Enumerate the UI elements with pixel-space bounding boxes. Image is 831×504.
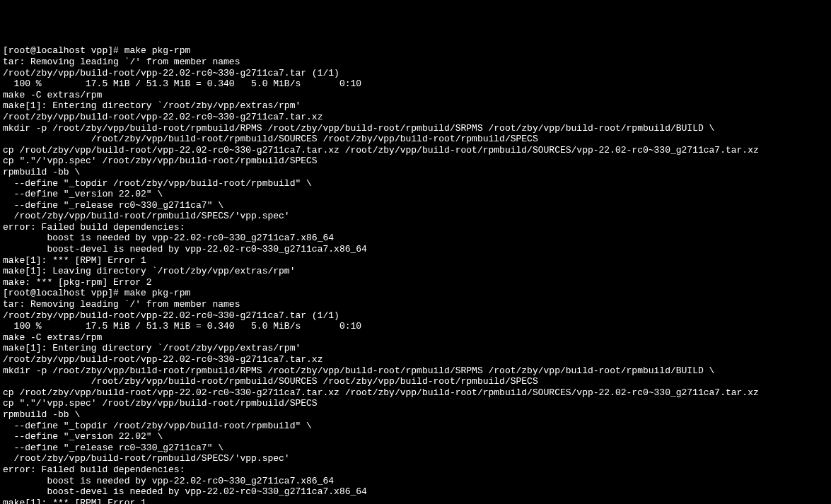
terminal-line: tar: Removing leading `/' from member na… (3, 57, 828, 68)
terminal-line: cp "."/'vpp.spec' /root/zby/vpp/build-ro… (3, 398, 828, 409)
terminal-line: make: *** [pkg-rpm] Error 2 (3, 277, 828, 288)
terminal-line: --define "_topdir /root/zby/vpp/build-ro… (3, 178, 828, 189)
terminal-line: boost is needed by vpp-22.02-rc0~330_g27… (3, 233, 828, 244)
terminal-line: boost-devel is needed by vpp-22.02-rc0~3… (3, 486, 828, 498)
terminal-line: boost-devel is needed by vpp-22.02-rc0~3… (3, 244, 828, 255)
terminal-line: mkdir -p /root/zby/vpp/build-root/rpmbui… (3, 365, 828, 377)
terminal-line: --define "_version 22.02" \ (3, 189, 828, 200)
terminal-line: --define "_version 22.02" \ (3, 431, 828, 443)
terminal-output[interactable]: [root@localhost vpp]# make pkg-rpmtar: R… (3, 45, 828, 504)
terminal-line: /root/zby/vpp/build-root/vpp-22.02-rc0~3… (3, 354, 828, 365)
terminal-line: make -C extras/rpm (3, 332, 828, 344)
terminal-line: make[1]: Leaving directory `/root/zby/vp… (3, 266, 828, 277)
terminal-line: /root/zby/vpp/build-root/rpmbuild/SPECS/… (3, 453, 828, 464)
terminal-line: /root/zby/vpp/build-root/rpmbuild/SOURCE… (3, 134, 828, 145)
terminal-line: error: Failed build dependencies: (3, 222, 828, 233)
terminal-line: [root@localhost vpp]# make pkg-rpm (3, 288, 828, 299)
terminal-line: /root/zby/vpp/build-root/vpp-22.02-rc0~3… (3, 68, 828, 79)
terminal-line: --define "_topdir /root/zby/vpp/build-ro… (3, 421, 828, 432)
terminal-line: /root/zby/vpp/build-root/rpmbuild/SOURCE… (3, 376, 828, 387)
terminal-line: [root@localhost vpp]# make pkg-rpm (3, 45, 828, 57)
terminal-line: cp "."/'vpp.spec' /root/zby/vpp/build-ro… (3, 156, 828, 167)
terminal-line: 100 % 17.5 MiB / 51.3 MiB = 0.340 5.0 Mi… (3, 78, 828, 90)
terminal-line: --define "_release rc0~330_g2711ca7" \ (3, 443, 828, 454)
terminal-line: tar: Removing leading `/' from member na… (3, 299, 828, 310)
terminal-line: rpmbuild -bb \ (3, 409, 828, 421)
terminal-line: cp /root/zby/vpp/build-root/vpp-22.02-rc… (3, 387, 828, 399)
terminal-line: make -C extras/rpm (3, 90, 828, 101)
terminal-line: 100 % 17.5 MiB / 51.3 MiB = 0.340 5.0 Mi… (3, 321, 828, 332)
terminal-line: /root/zby/vpp/build-root/rpmbuild/SPECS/… (3, 211, 828, 222)
terminal-line: cp /root/zby/vpp/build-root/vpp-22.02-rc… (3, 145, 828, 156)
terminal-line: /root/zby/vpp/build-root/vpp-22.02-rc0~3… (3, 112, 828, 123)
terminal-line: make[1]: Entering directory `/root/zby/v… (3, 343, 828, 354)
terminal-line: mkdir -p /root/zby/vpp/build-root/rpmbui… (3, 123, 828, 134)
terminal-line: boost is needed by vpp-22.02-rc0~330_g27… (3, 476, 828, 487)
terminal-line: make[1]: *** [RPM] Error 1 (3, 498, 828, 504)
terminal-line: make[1]: Entering directory `/root/zby/v… (3, 100, 828, 112)
terminal-line: --define "_release rc0~330_g2711ca7" \ (3, 200, 828, 211)
terminal-line: make[1]: *** [RPM] Error 1 (3, 255, 828, 266)
terminal-line: error: Failed build dependencies: (3, 464, 828, 476)
terminal-line: /root/zby/vpp/build-root/vpp-22.02-rc0~3… (3, 310, 828, 322)
terminal-line: rpmbuild -bb \ (3, 167, 828, 178)
